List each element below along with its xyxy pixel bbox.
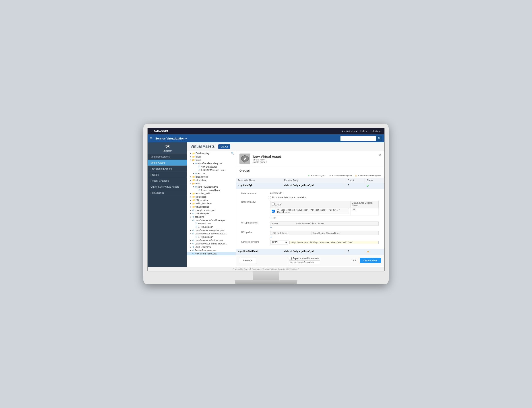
search-input[interactable] xyxy=(340,136,376,141)
tree-item-new-datasource[interactable]: 📄 New Datasource xyxy=(187,165,236,169)
tree-item-folder[interactable]: ▶ 📁 folder xyxy=(187,155,236,158)
tree-item-loanproc-positive[interactable]: ▶ ⚙ LoanProcessor-Positive.pva xyxy=(187,239,236,242)
close-icon[interactable]: ✕ xyxy=(379,153,382,157)
sidebar-item-out-of-sync[interactable]: Out-of-Sync Virtual Assets xyxy=(148,184,187,190)
tree-item-loanproc-datadriven[interactable]: ▼ ⚙ LoanProcessor-DataDriven.pv... xyxy=(187,219,236,222)
xpath-expression: /*[local-name()="Envelope"]/*[local-name… xyxy=(276,208,349,214)
tree-item-omni[interactable]: ▼ 📂 omni xyxy=(187,182,236,185)
add-url-path-button[interactable]: + xyxy=(270,235,272,239)
service-def-url: http://deadpool:8080/parabank/services/s… xyxy=(289,241,379,244)
responder-count-2: 0 xyxy=(346,249,365,255)
sidebar-item-proxies[interactable]: Proxies xyxy=(148,172,187,178)
url-params-table: Name Data Source Column Name xyxy=(270,221,379,226)
sidebar-item-provisioning[interactable]: Provisioning Actions xyxy=(148,166,187,172)
xpath-checkbox[interactable] xyxy=(272,210,275,212)
export-template-checkbox[interactable] xyxy=(289,257,292,260)
menu-toggle-icon[interactable]: ≡ xyxy=(150,136,152,140)
file-icon: 📄 xyxy=(198,166,200,168)
tree-item-recorded[interactable]: ▶ 📁 recorded_traffic xyxy=(187,192,236,195)
file-icon: 📄 xyxy=(198,169,200,171)
tree-item-soap-message[interactable]: 📄 1. SOAP Message Res... xyxy=(187,169,236,172)
tree-item-sqlmodifier[interactable]: ▶ 📁 SQLmodifier xyxy=(187,199,236,202)
tree-item-scratchpad[interactable]: ▶ 📁 scratchpad xyxy=(187,195,236,199)
detail-row-dataset: Data set name: getItemById Do not use da… xyxy=(236,189,384,249)
tree-item-sendtocallback[interactable]: ▼ ⚙ sendToCallBack.pva xyxy=(187,185,236,188)
app-title[interactable]: Service Virtualization ▾ xyxy=(155,137,187,140)
tree-item-ccolosimo[interactable]: ▶ ⚙ ccolosimo.pva xyxy=(187,212,236,215)
tree-item-whatsmissing[interactable]: ▶ 📁 whatsMissing xyxy=(187,205,236,209)
search-button[interactable]: 🔍 xyxy=(376,136,382,141)
sidebar-item-hit-statistics[interactable]: Hit Statistics xyxy=(148,190,187,196)
responder-toggle-1[interactable]: ▼ xyxy=(238,184,241,187)
page-title: Virtual Assets xyxy=(190,144,215,149)
service-def-type-select[interactable]: WSDL xyxy=(270,240,288,245)
va-header: V New Virtual Asset Virtual Asset Invali… xyxy=(236,151,384,167)
responder-row-1[interactable]: ▼ getItemById child of Body = getItemByI… xyxy=(236,183,384,189)
tree-item-datalearning[interactable]: ▶ 📁 DataLearning xyxy=(187,152,236,155)
sidebar-item-virtualize[interactable]: Virtualize Servers xyxy=(148,154,187,160)
sidebar: 🗺 Navigation Virtualize Servers Virtual … xyxy=(148,142,187,267)
xpath-col-value-cell: id xyxy=(350,207,378,215)
tree-item-traffic-templates[interactable]: ▶ 📁 traffic_templates xyxy=(187,202,236,205)
pva-icon: ⚙ xyxy=(192,209,194,212)
pva-icon: ⚙ xyxy=(192,232,194,235)
tree-item-1-requestloan-2[interactable]: 📄 1. requestLoan xyxy=(187,235,236,239)
delete-xpath-button[interactable]: 🗑 xyxy=(273,216,276,220)
responder-name-1: ▼ getItemById xyxy=(236,183,282,189)
tree-item-makedatarepository[interactable]: ▶ ⚙ makeDataRepository.pva xyxy=(187,162,236,165)
tree-item-1-requestloan-1[interactable]: 📄 1. requestLoan xyxy=(187,225,236,229)
tree-search-icon[interactable]: 🔍 xyxy=(231,152,234,155)
help-menu[interactable]: Help ▾ xyxy=(360,130,366,133)
tree-item-httplearning[interactable]: ▶ 📁 httpLearning xyxy=(187,175,236,178)
nav-bar: ≡ Service Virtualization ▾ 🔍 xyxy=(148,134,384,142)
admin-menu[interactable]: Administration ▾ xyxy=(341,130,357,133)
warning-icon: ⚠ xyxy=(355,174,357,177)
no-correlation-checkbox[interactable] xyxy=(268,196,271,199)
user-menu[interactable]: ccolosimo ▾ xyxy=(370,130,382,133)
col-status: Status xyxy=(365,178,384,183)
tree-item-loanproc-simulate[interactable]: ▶ ⚙ LoanProcessor-SimulateExper... xyxy=(187,242,236,245)
sidebar-item-recent-changes[interactable]: Recent Changes xyxy=(148,178,187,184)
tree-item-requestloan-1[interactable]: 📄 requestLoan xyxy=(187,222,236,225)
xpath-col-checkbox[interactable] xyxy=(272,203,275,205)
sidebar-nav-icon[interactable]: 🗺 Navigation xyxy=(148,142,187,154)
tree-item-interesting[interactable]: ▶ 📁 interesting xyxy=(187,178,236,182)
file-icon: 📄 xyxy=(195,236,198,238)
previous-button[interactable]: Previous xyxy=(239,258,256,263)
responder-row-2[interactable]: ▶ getItemByIdFault child of Body = getIt… xyxy=(236,249,384,255)
responder-toggle-2[interactable]: ▶ xyxy=(238,250,240,253)
create-asset-button[interactable]: Create Asset xyxy=(360,258,381,263)
pva-icon: ⚙ xyxy=(195,172,197,175)
tree-item-forum[interactable]: ▼ 📂 forum xyxy=(187,158,236,162)
tree-item-login-delay[interactable]: ▶ ⚙ Login Delay.pva xyxy=(187,245,236,249)
pencil-icon: ✎ xyxy=(329,174,331,177)
sidebar-item-virtual-assets[interactable]: Virtual Assets xyxy=(148,160,187,166)
tree-item-new-virtual-asset[interactable]: ⚙ New Virtual Asset.pva xyxy=(187,252,236,255)
url-params-value: Name Data Source Column Name xyxy=(270,221,379,229)
add-url-param-button[interactable]: + xyxy=(270,226,272,229)
tree-item-loanproc-negative[interactable]: ▶ ⚙ LoanProcessor-Negative.pva xyxy=(187,229,236,232)
add-xpath-button[interactable]: + xyxy=(270,216,272,220)
tree-item-simple-service[interactable]: ▶ ⚙ a simple service.pva xyxy=(187,209,236,212)
service-def-row: WSDL http://deadpool:8080/parabank/servi… xyxy=(270,240,379,245)
responder-count-1: 9 xyxy=(346,183,365,189)
tree-item-person-response[interactable]: ▶ ⚙ PersonResponse.pva xyxy=(187,249,236,252)
url-params-label: URL parameters: xyxy=(241,221,268,224)
tree-item-loanproc-performance[interactable]: ▼ ⚙ LoanProcessor-performance.p... xyxy=(187,232,236,235)
detail-row-datasetname: Data set name: getItemById xyxy=(241,192,379,195)
detail-row-reqbody: Request body: xyxy=(241,200,379,220)
responder-status-2: ⚠ xyxy=(365,249,384,255)
navigation-label: Navigation xyxy=(163,150,172,152)
tree-item-test-pva[interactable]: ▶ ⚙ test.pva xyxy=(187,172,236,175)
folder-icon: 📁 xyxy=(192,176,195,178)
file-icon: 📄 xyxy=(195,226,198,228)
legend-manually: ✎ = Manually configured xyxy=(329,174,352,177)
map-icon: 🗺 xyxy=(166,144,169,149)
tree-item-send-to-callb[interactable]: 📄 1. send to call back xyxy=(187,188,236,192)
top-bar: !! PARASOFT. Administration ▾ Help ▾ cco… xyxy=(148,128,384,134)
tab-list-all[interactable]: List All xyxy=(218,144,230,149)
pva-icon: ⚙ xyxy=(195,186,197,188)
export-template-input[interactable] xyxy=(289,261,320,264)
pva-icon: ⚙ xyxy=(192,212,194,215)
tree-item-echo[interactable]: ▶ ⚙ echo.pva xyxy=(187,215,236,219)
